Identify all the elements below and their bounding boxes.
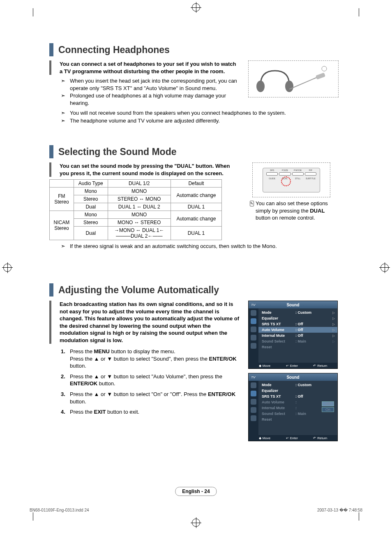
heading-auto-volume: Adjusting the Volume Automatically	[58, 285, 219, 296]
heading-connecting-headphones: Connecting Headphones	[58, 44, 170, 56]
title-accent-bar	[49, 43, 53, 56]
step-item: 2.Press the ▲ or ▼ button to select "Aut…	[61, 373, 240, 387]
osd-category-icon	[251, 415, 256, 421]
osd-row-label: Internal Mute	[262, 334, 295, 338]
table-cell: MONO ↔ STEREO	[108, 219, 171, 227]
osd-foot-return: ↶ Return	[313, 436, 327, 440]
osd-screenshot-2: TVSoundMode: CustomEqualizerSRS TS XT: O…	[248, 373, 338, 441]
table-cell: Dual	[74, 203, 108, 211]
page-number-badge: English - 24	[175, 487, 217, 496]
section-title-sound-mode: Selecting the Sound Mode	[49, 145, 339, 158]
remote-button-icon	[305, 172, 316, 176]
remote-button-icon	[266, 172, 278, 176]
steps-list: 1.Press the MENU button to display the m…	[61, 348, 240, 415]
table-header: Default	[171, 180, 221, 188]
osd-category-icons	[249, 308, 258, 363]
bullet-item: When you insert the head set jack into t…	[61, 77, 240, 92]
osd-title: Sound	[249, 303, 337, 307]
remote-button-icon	[292, 172, 304, 176]
bullet-item: The headphone volume and TV volume are a…	[61, 117, 339, 125]
osd-menu-row: Sound Select: Main	[262, 411, 335, 417]
intro-block: You can connect a set of headphones to y…	[49, 60, 240, 75]
osd-category-icon	[251, 335, 256, 340]
osd-row-label: Equalizer	[262, 389, 295, 393]
table-row: NICAM StereoMonoMONOAutomatic change	[50, 211, 222, 219]
osd-row-value: :	[295, 400, 320, 404]
intro-block: You can set the sound mode by pressing t…	[49, 162, 240, 177]
table-group-header: NICAM Stereo	[50, 211, 74, 240]
bullet-list: When you insert the head set jack into t…	[61, 77, 240, 107]
osd-row-label: Mode	[262, 383, 295, 387]
osd-tv-label: TV	[251, 303, 255, 307]
footer-timestamp: 2007-03-13 �� 7:48:58	[317, 508, 362, 512]
section-title-headphones: Connecting Headphones	[49, 43, 339, 56]
osd-row-value: : Main	[295, 412, 320, 416]
osd-row-label: Internal Mute	[262, 406, 295, 410]
intro-text-sound-mode: You can set the sound mode by pressing t…	[60, 162, 240, 177]
osd-foot-move: ◆ Move	[259, 364, 271, 368]
osd-category-icon	[251, 382, 256, 388]
intro-text-auto-volume: Each broadcasting station has its own si…	[60, 301, 240, 344]
table-cell: STEREO ↔ MONO	[108, 195, 171, 203]
osd-screenshot-1: TVSoundMode: Custom▷Equalizer▷SRS TS XT:…	[248, 301, 338, 369]
table-group-header: FM Stereo	[50, 188, 74, 211]
table-cell: Mono	[74, 188, 108, 195]
osd-menu-row: Sound Select: Main▷	[262, 338, 335, 344]
osd-row-label: Sound Select	[262, 412, 295, 416]
table-cell: DUAL 1 ↔ DUAL 2	[108, 203, 171, 211]
osd-foot-enter: ↵Enter	[286, 436, 298, 440]
osd-category-icon	[251, 327, 256, 332]
osd-row-label: Reset	[262, 417, 295, 422]
osd-row-label: Equalizer	[262, 316, 295, 320]
osd-menu-row: Reset	[262, 344, 335, 350]
chevron-right-icon: ▷	[332, 340, 335, 343]
osd-row-label: Mode	[262, 310, 295, 315]
osd-menu-row: Auto Volume: Off▷	[258, 327, 337, 333]
chevron-right-icon: ▷	[332, 311, 335, 315]
bullet-item: You will not receive sound from the spea…	[61, 109, 339, 117]
osd-row-value: : Main	[295, 339, 320, 343]
headphones-icon	[252, 63, 334, 95]
step-item: 3.Press the ▲ or ▼ button to select "On"…	[61, 391, 240, 405]
table-cell: Automatic change	[171, 211, 221, 227]
footer-filename: BN68-01169F-Eng-0313.indd 24	[30, 508, 89, 512]
remote-label: SRS	[266, 169, 278, 171]
table-cell: Stereo	[74, 219, 108, 227]
osd-menu-row: Internal Mute: Off▷	[262, 333, 335, 338]
osd-tv-label: TV	[251, 375, 255, 379]
table-cell: MONO	[108, 188, 171, 195]
osd-foot-enter: ↵Enter	[286, 364, 298, 368]
osd-category-icon	[251, 310, 256, 316]
remote-label: STILL	[292, 177, 304, 180]
osd-row-label: SRS TS XT	[262, 322, 295, 326]
svg-point-1	[285, 81, 293, 92]
osd-row-value: : Off	[295, 322, 320, 326]
note-icon: ✎	[250, 201, 254, 206]
osd-row-label: Sound Select	[262, 339, 295, 343]
osd-category-icon	[251, 343, 256, 349]
heading-selecting-sound-mode: Selecting the Sound Mode	[58, 146, 177, 157]
chevron-right-icon: ▷	[332, 322, 335, 326]
table-row: Dual→MONO ↔ DUAL 1← ———DUAL 2←——DUAL 1	[50, 227, 222, 240]
osd-foot-move: ◆ Move	[259, 436, 271, 440]
remote-note: ✎ You can also set these options simply …	[250, 200, 339, 222]
bullet-item: If the stereo signal is weak and an auto…	[61, 243, 339, 250]
dual-button-highlight-icon	[281, 176, 291, 186]
remote-label: GUIDE	[266, 177, 278, 180]
bullet-list: If the stereo signal is weak and an auto…	[61, 243, 339, 250]
table-header: Audio Type	[74, 180, 108, 188]
osd-category-icon	[251, 391, 256, 396]
osd-menu-row: SRS TS XT: Off	[262, 394, 335, 399]
osd-row-value: : Off	[295, 328, 320, 332]
osd-row-label: Reset	[262, 345, 295, 349]
osd-row-label: Auto Volume	[262, 400, 295, 404]
section-title-auto-volume: Adjusting the Volume Automatically	[49, 283, 339, 296]
svg-point-2	[322, 66, 327, 71]
osd-footer: ◆ Move↵Enter↶ Return	[249, 435, 337, 441]
remote-label: PIP	[305, 169, 316, 171]
osd-row-label: Auto Volume	[262, 328, 295, 332]
intro-text-headphones: You can connect a set of headphones to y…	[60, 60, 240, 75]
osd-row-value: : Off	[295, 334, 320, 338]
table-cell: Mono	[74, 211, 108, 219]
osd-category-icons	[249, 381, 258, 435]
